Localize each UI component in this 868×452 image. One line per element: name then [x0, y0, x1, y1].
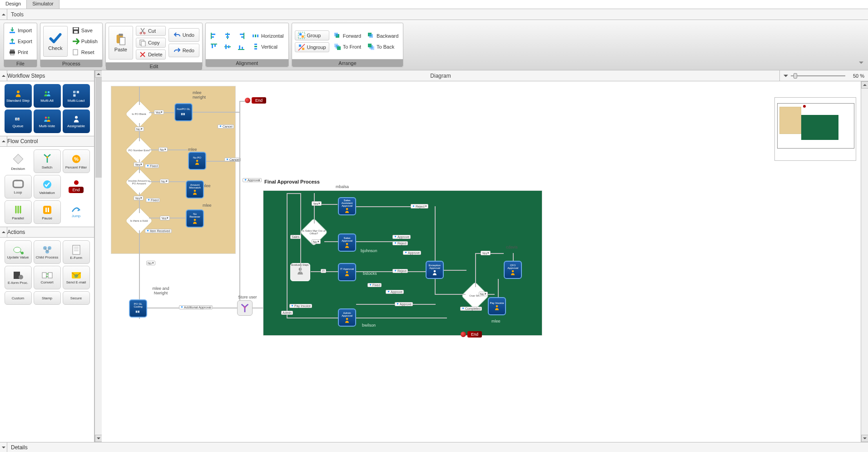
step-node[interactable]: NonPO GL: [174, 103, 193, 121]
redo-button[interactable]: Redo: [169, 44, 199, 57]
check-button[interactable]: Check: [43, 26, 68, 57]
align-top-button[interactable]: [208, 42, 219, 51]
distribute-vertical-button[interactable]: Vertical: [250, 42, 286, 51]
tab-simulator[interactable]: Simulator: [27, 0, 59, 9]
connector-tag[interactable]: Reject: [392, 269, 408, 273]
publish-button[interactable]: Publish: [70, 37, 99, 46]
connector-tag[interactable]: Cancel: [218, 124, 234, 129]
ribbon-expand-icon[interactable]: [858, 59, 864, 67]
tab-design[interactable]: Design: [0, 0, 27, 9]
connector-tag[interactable]: Approve: [386, 290, 404, 294]
end-node[interactable]: End: [245, 97, 266, 104]
step-node[interactable]: Amount Mismatch: [186, 180, 204, 199]
palette-pause[interactable]: Pause: [34, 200, 61, 224]
connector-tag[interactable]: No▾: [135, 127, 144, 131]
scrollbar-thumb[interactable]: [95, 78, 102, 178]
palette-custom[interactable]: Custom: [5, 291, 32, 305]
step-node[interactable]: Sales Approval: [338, 233, 356, 252]
canvas-v-scrollbar[interactable]: [861, 81, 868, 442]
connector-tag[interactable]: Approve: [395, 302, 413, 306]
group-button[interactable]: Group: [295, 30, 329, 40]
step-node[interactable]: Pay Invoice: [488, 297, 506, 315]
palette-percent-filter[interactable]: %Percent Filter: [63, 149, 90, 173]
collapse-flow-icon[interactable]: [0, 136, 7, 147]
align-center-v-button[interactable]: [222, 31, 233, 40]
step-node[interactable]: Admin Approval: [338, 308, 356, 327]
palette-queue[interactable]: DAQueue: [5, 109, 32, 133]
palette-standard-step[interactable]: Standard Step: [5, 84, 32, 108]
collapse-tools-icon[interactable]: [0, 9, 7, 20]
zoom-slider-knob[interactable]: [794, 73, 797, 79]
sidebar-scrollbar[interactable]: [94, 70, 102, 442]
collapse-workflow-icon[interactable]: [0, 70, 7, 81]
switch-node[interactable]: [237, 300, 253, 316]
palette-stamp[interactable]: Stamp: [34, 291, 61, 305]
copy-button[interactable]: Copy: [136, 38, 166, 48]
step-node[interactable]: PO GL Coding: [129, 299, 147, 318]
connector-tag[interactable]: No▾: [146, 261, 155, 265]
palette-eform-proc[interactable]: E-form Proc.: [5, 266, 32, 289]
connector-tag[interactable]: Yes▾: [134, 162, 144, 167]
zoom-slider[interactable]: [791, 73, 845, 79]
undo-button[interactable]: Undo: [169, 28, 199, 42]
step-node[interactable]: IT Approval: [338, 263, 356, 281]
reset-button[interactable]: Reset: [70, 48, 99, 57]
palette-parallel[interactable]: Parallel: [5, 200, 32, 224]
connector-tag[interactable]: Yes▾: [312, 201, 322, 206]
section-workflow-steps[interactable]: Workflow Steps: [0, 70, 94, 81]
palette-decision[interactable]: Decision: [5, 149, 32, 173]
end-node[interactable]: End: [461, 331, 482, 338]
details-panel-header[interactable]: Details: [0, 442, 868, 452]
connector-tag[interactable]: Completed: [460, 307, 482, 311]
connector-tag[interactable]: Yes▾: [154, 110, 164, 114]
collapse-actions-icon[interactable]: [0, 227, 7, 238]
connector-tag[interactable]: Item Received: [145, 229, 172, 233]
palette-send-email[interactable]: @Send E-mail: [63, 266, 90, 289]
connector-tag[interactable]: IT: [321, 269, 326, 273]
palette-validation[interactable]: Validation: [34, 175, 61, 199]
scroll-down-icon[interactable]: [861, 435, 868, 442]
connector-tag[interactable]: Fixed: [146, 198, 160, 202]
connector-tag[interactable]: Pay Invoice: [289, 304, 312, 308]
palette-jump[interactable]: Jump: [63, 200, 90, 224]
connector-tag[interactable]: No▾: [312, 239, 321, 244]
connector-tag[interactable]: Fixed: [145, 164, 159, 168]
connector-tag[interactable]: Yes▾: [481, 251, 491, 255]
ungroup-button[interactable]: Ungroup: [295, 42, 329, 52]
align-bottom-button[interactable]: [236, 42, 247, 51]
paste-button[interactable]: Paste: [109, 26, 133, 60]
palette-multi-vote[interactable]: Multi-Vote: [34, 109, 61, 133]
step-node[interactable]: Exception Approval: [426, 261, 444, 279]
palette-eform[interactable]: E-Form: [63, 240, 90, 264]
scroll-up-icon[interactable]: [95, 70, 102, 78]
palette-end[interactable]: End: [63, 175, 90, 199]
connector-tag[interactable]: Sales: [290, 235, 301, 239]
connector-tag[interactable]: Approval: [243, 178, 262, 182]
print-button[interactable]: Print: [7, 48, 34, 57]
connector-tag[interactable]: Approve: [392, 235, 411, 239]
align-right-button[interactable]: [236, 31, 247, 40]
palette-secure[interactable]: Secure: [63, 291, 90, 305]
connector-tag[interactable]: Reject: [392, 241, 408, 245]
connector-tag[interactable]: No▾: [159, 147, 168, 152]
scroll-up-icon[interactable]: [861, 81, 868, 89]
connector-tag[interactable]: Approve: [403, 251, 421, 255]
section-flow-control[interactable]: Flow Control: [0, 136, 94, 147]
section-actions[interactable]: Actions: [0, 227, 94, 238]
palette-multi-load[interactable]: DMulti-Load: [63, 84, 90, 108]
step-node[interactable]: No Reciever: [186, 209, 204, 228]
step-node[interactable]: CFO Approval: [504, 261, 522, 279]
align-center-h-button[interactable]: [222, 42, 233, 51]
palette-switch[interactable]: Switch: [34, 149, 61, 173]
minimap[interactable]: [774, 97, 856, 161]
connector-tag[interactable]: Reject▾: [411, 204, 428, 209]
connector-tag[interactable]: Yes▾: [160, 216, 170, 220]
import-button[interactable]: Import: [7, 26, 34, 35]
distribute-horizontal-button[interactable]: Horizontal: [250, 31, 286, 40]
export-button[interactable]: Export: [7, 37, 34, 46]
connector-tag[interactable]: No▾: [160, 179, 169, 184]
step-node[interactable]: No PO: [188, 152, 206, 170]
connector-tag[interactable]: Fixed: [367, 283, 382, 287]
palette-assignable[interactable]: Assignable: [63, 109, 90, 133]
expand-details-icon[interactable]: [0, 442, 7, 452]
